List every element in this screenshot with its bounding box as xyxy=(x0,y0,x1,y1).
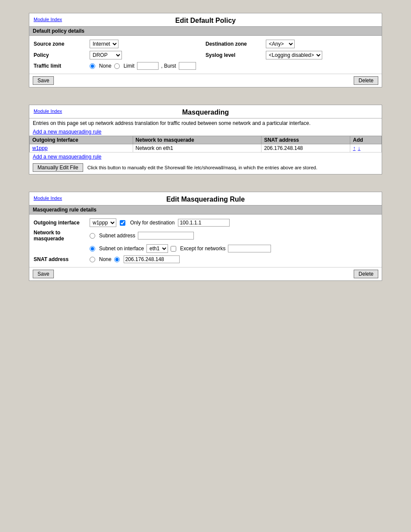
masq-col-outgoing: Outgoing Interface xyxy=(30,136,133,144)
masq-col-network: Network to masquerade xyxy=(133,136,261,144)
syslog-level-select[interactable]: <Logging disabled> info notice warning xyxy=(266,51,322,59)
masq-row-snat: 206.176.248.148 xyxy=(261,144,350,152)
except-networks-label: Except for networks xyxy=(180,246,225,252)
module-index-link-3[interactable]: Module Index xyxy=(34,196,62,201)
snat-none-radio[interactable] xyxy=(90,257,95,262)
module-index-link-2[interactable]: Module Index xyxy=(34,109,62,114)
masq-table-row: w1ppp Network on eth1 206.176.248.148 ↑ … xyxy=(30,144,382,152)
syslog-level-label: Syslog level xyxy=(206,52,266,58)
policy-select[interactable]: DROP ACCEPT REJECT xyxy=(90,51,122,59)
subnet-on-iface-select[interactable]: eth1 eth0 eth2 xyxy=(146,244,168,253)
panel3-section-header: Masquerading rule details xyxy=(29,205,382,215)
subnet-address-input[interactable] xyxy=(138,232,194,240)
panel3-title: Edit Masquerading Rule xyxy=(34,196,377,203)
add-masq-rule-top-link[interactable]: Add a new masquerading rule xyxy=(33,129,101,135)
only-for-dest-checkbox[interactable] xyxy=(120,220,125,226)
manually-edit-button[interactable]: Manually Edit File xyxy=(33,163,83,172)
except-networks-checkbox[interactable] xyxy=(171,246,176,252)
panel3-delete-button[interactable]: Delete xyxy=(354,270,378,278)
masq-row-up-arrow[interactable]: ↑ xyxy=(353,145,355,151)
source-zone-select[interactable]: Internet Local DMZ xyxy=(90,40,118,48)
subnet-on-iface-radio[interactable] xyxy=(90,246,95,252)
panel2-title: Masquerading xyxy=(34,109,377,116)
masq-row-network: Network on eth1 xyxy=(133,144,261,152)
traffic-limit-limit-label: Limit xyxy=(124,63,134,69)
except-networks-input[interactable] xyxy=(228,245,271,252)
snat-addr-radio[interactable] xyxy=(114,257,120,262)
panel1-delete-button[interactable]: Delete xyxy=(354,76,378,85)
traffic-limit-none-radio[interactable] xyxy=(90,63,95,69)
masq-table: Outgoing Interface Network to masquerade… xyxy=(29,136,382,152)
masq-description: Entries on this page set up network addr… xyxy=(29,118,382,128)
module-index-link-1[interactable]: Module Index xyxy=(34,17,62,22)
panel1-title: Edit Default Policy xyxy=(34,17,377,25)
network-to-masq-label: Network to masquerade xyxy=(34,230,90,242)
manually-edit-desc: Click this button to manually edit the S… xyxy=(87,165,318,170)
destination-zone-select[interactable]: <Any> Internet Local xyxy=(266,40,295,48)
destination-zone-label: Destination zone xyxy=(206,41,266,47)
burst-value-input[interactable] xyxy=(179,62,196,70)
panel1-section-header: Default policy details xyxy=(29,26,382,36)
snat-addr-input[interactable] xyxy=(124,255,180,263)
traffic-limit-limit-radio[interactable] xyxy=(114,63,120,69)
masq-col-snat: SNAT address xyxy=(261,136,350,144)
panel1-save-button[interactable]: Save xyxy=(33,76,54,85)
only-for-dest-label: Only for destination xyxy=(130,220,174,226)
snat-none-label: None xyxy=(99,256,112,262)
burst-label: , Burst xyxy=(161,63,176,69)
add-masq-rule-bottom-link[interactable]: Add a new masquerading rule xyxy=(33,154,101,160)
traffic-limit-label: Traffic limit xyxy=(34,63,90,69)
limit-value-input[interactable] xyxy=(137,62,159,70)
outgoing-interface-select[interactable]: w1ppp eth0 eth1 xyxy=(90,218,116,227)
subnet-on-iface-label: Subnet on interface xyxy=(99,246,144,252)
masq-col-add: Add xyxy=(350,136,382,144)
masq-row-down-arrow[interactable]: ↓ xyxy=(358,145,361,151)
outgoing-interface-label: Outgoing interface xyxy=(34,220,90,226)
snat-address-label: SNAT address xyxy=(34,256,90,262)
source-zone-label: Source zone xyxy=(34,41,90,47)
masq-row-outgoing-link[interactable]: w1ppp xyxy=(32,145,47,151)
traffic-limit-none-label: None xyxy=(99,63,112,69)
subnet-address-radio[interactable] xyxy=(90,233,95,239)
panel3-save-button[interactable]: Save xyxy=(33,270,54,278)
only-for-dest-input[interactable] xyxy=(178,219,230,227)
subnet-address-label: Subnet address xyxy=(99,233,135,239)
policy-label: Policy xyxy=(34,52,90,58)
